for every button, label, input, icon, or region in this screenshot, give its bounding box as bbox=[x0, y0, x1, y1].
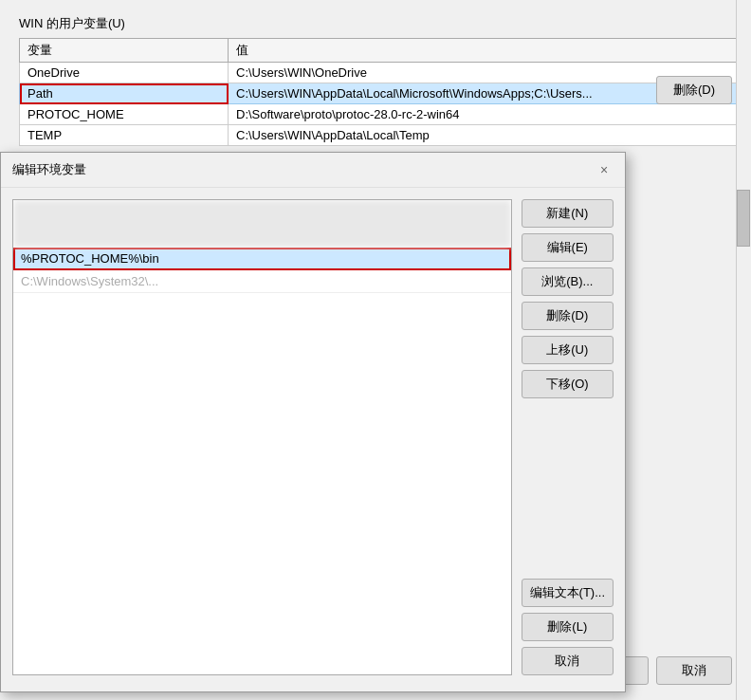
var-cell: Path bbox=[20, 83, 229, 104]
col-var-header: 变量 bbox=[20, 39, 229, 63]
dialog-title: 编辑环境变量 bbox=[12, 161, 86, 178]
bg-cancel-btn[interactable]: 取消 bbox=[656, 656, 732, 685]
edit-env-dialog: 编辑环境变量 × %PROTOC_HOME%\binC:\Windows\Sys… bbox=[0, 152, 626, 692]
list-item[interactable]: C:\Windows\System32\... bbox=[13, 270, 511, 293]
dialog-bottom-buttons: 编辑文本(T)... 删除(L) 取消 bbox=[522, 579, 614, 675]
blurred-entries bbox=[13, 200, 511, 248]
path-list[interactable]: %PROTOC_HOME%\binC:\Windows\System32\... bbox=[12, 199, 512, 675]
edit-text-btn[interactable]: 编辑文本(T)... bbox=[522, 579, 614, 607]
user-vars-title: WIN 的用户变量(U) bbox=[19, 15, 732, 32]
bg-right-buttons: 删除(D) bbox=[656, 76, 732, 104]
edit-path-btn[interactable]: 编辑(E) bbox=[522, 233, 614, 262]
dialog-titlebar: 编辑环境变量 × bbox=[1, 153, 625, 188]
col-val-header: 值 bbox=[229, 39, 740, 63]
val-cell: D:\Software\proto\protoc-28.0-rc-2-win64 bbox=[229, 104, 740, 125]
new-path-btn[interactable]: 新建(N) bbox=[522, 199, 614, 228]
var-cell: PROTOC_HOME bbox=[20, 104, 229, 125]
dialog-close-btn[interactable]: × bbox=[595, 160, 614, 179]
list-item[interactable]: %PROTOC_HOME%\bin bbox=[13, 248, 511, 270]
bg-scrollbar[interactable] bbox=[736, 0, 751, 700]
table-row[interactable]: TEMPC:\Users\WIN\AppData\Local\Temp bbox=[20, 125, 740, 146]
spacer bbox=[522, 404, 614, 573]
dialog-cancel-btn[interactable]: 取消 bbox=[522, 647, 614, 675]
table-row[interactable]: PathC:\Users\WIN\AppData\Local\Microsoft… bbox=[20, 83, 740, 104]
table-row[interactable]: OneDriveC:\Users\WIN\OneDrive bbox=[20, 63, 740, 83]
dialog-action-buttons: 新建(N) 编辑(E) 浏览(B)... 删除(D) 上移(U) 下移(O) 编… bbox=[522, 199, 614, 675]
var-cell: TEMP bbox=[20, 125, 229, 146]
bg-scrollbar-thumb[interactable] bbox=[737, 190, 750, 247]
user-vars-section: WIN 的用户变量(U) 变量 值 OneDriveC:\Users\WIN\O… bbox=[19, 15, 732, 146]
move-up-btn[interactable]: 上移(U) bbox=[522, 336, 614, 364]
dialog-delete-bottom-btn[interactable]: 删除(L) bbox=[522, 613, 614, 641]
delete-path-btn[interactable]: 删除(D) bbox=[522, 302, 614, 330]
browse-path-btn[interactable]: 浏览(B)... bbox=[522, 267, 614, 296]
move-down-btn[interactable]: 下移(O) bbox=[522, 370, 614, 398]
user-vars-table: 变量 值 OneDriveC:\Users\WIN\OneDrivePathC:… bbox=[19, 38, 740, 146]
table-row[interactable]: PROTOC_HOMED:\Software\proto\protoc-28.0… bbox=[20, 104, 740, 125]
dialog-body: %PROTOC_HOME%\binC:\Windows\System32\...… bbox=[1, 188, 625, 687]
var-cell: OneDrive bbox=[20, 63, 229, 83]
val-cell: C:\Users\WIN\AppData\Local\Temp bbox=[229, 125, 740, 146]
bg-delete-btn[interactable]: 删除(D) bbox=[656, 76, 732, 104]
